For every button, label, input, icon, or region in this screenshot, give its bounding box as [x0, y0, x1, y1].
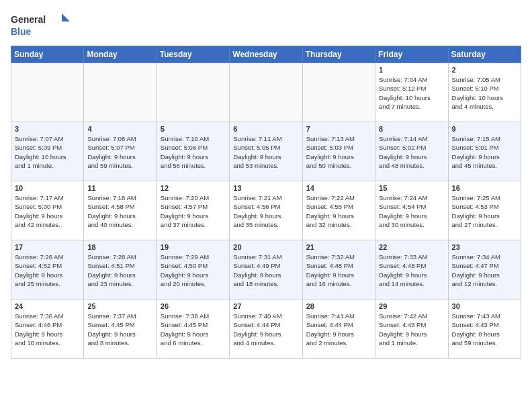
day-number: 5: [161, 125, 226, 133]
day-number: 23: [452, 243, 517, 251]
day-number: 8: [379, 125, 444, 133]
header-monday: Monday: [84, 46, 157, 63]
day-info: Sunrise: 7:33 AM Sunset: 4:48 PM Dayligh…: [379, 253, 444, 288]
cell-w2-d4: 6Sunrise: 7:11 AM Sunset: 5:05 PM Daylig…: [230, 122, 302, 181]
day-info: Sunrise: 7:18 AM Sunset: 4:58 PM Dayligh…: [87, 193, 152, 229]
week-row-1: 1Sunrise: 7:04 AM Sunset: 5:12 PM Daylig…: [11, 63, 521, 122]
header-wednesday: Wednesday: [230, 46, 302, 63]
svg-text:General: General: [11, 14, 46, 25]
cell-w2-d2: 4Sunrise: 7:08 AM Sunset: 5:07 PM Daylig…: [84, 122, 157, 181]
cell-w4-d2: 18Sunrise: 7:28 AM Sunset: 4:51 PM Dayli…: [84, 240, 157, 300]
cell-w3-d3: 12Sunrise: 7:20 AM Sunset: 4:57 PM Dayli…: [157, 181, 229, 240]
day-info: Sunrise: 7:26 AM Sunset: 4:52 PM Dayligh…: [15, 253, 80, 288]
day-info: Sunrise: 7:11 AM Sunset: 5:05 PM Dayligh…: [233, 134, 298, 170]
calendar-header-row: SundayMondayTuesdayWednesdayThursdayFrid…: [11, 46, 521, 63]
day-info: Sunrise: 7:32 AM Sunset: 4:48 PM Dayligh…: [306, 253, 371, 288]
header-friday: Friday: [375, 46, 448, 63]
cell-w2-d7: 9Sunrise: 7:15 AM Sunset: 5:01 PM Daylig…: [448, 122, 521, 181]
day-info: Sunrise: 7:07 AM Sunset: 5:09 PM Dayligh…: [15, 134, 80, 170]
cell-w1-d5: [302, 63, 375, 122]
page-header: General Blue: [11, 11, 521, 38]
cell-w1-d1: [11, 63, 84, 122]
calendar-table: SundayMondayTuesdayWednesdayThursdayFrid…: [11, 46, 521, 359]
day-number: 16: [452, 184, 517, 192]
cell-w3-d7: 16Sunrise: 7:25 AM Sunset: 4:53 PM Dayli…: [448, 181, 521, 240]
logo: General Blue: [11, 11, 71, 38]
cell-w1-d6: 1Sunrise: 7:04 AM Sunset: 5:12 PM Daylig…: [375, 63, 448, 122]
header-tuesday: Tuesday: [157, 46, 229, 63]
day-number: 11: [87, 184, 152, 192]
day-info: Sunrise: 7:43 AM Sunset: 4:43 PM Dayligh…: [452, 312, 517, 347]
cell-w1-d3: [157, 63, 229, 122]
cell-w3-d5: 14Sunrise: 7:22 AM Sunset: 4:55 PM Dayli…: [302, 181, 375, 240]
day-number: 30: [452, 302, 517, 310]
day-info: Sunrise: 7:31 AM Sunset: 4:49 PM Dayligh…: [233, 253, 298, 288]
cell-w5-d1: 24Sunrise: 7:36 AM Sunset: 4:46 PM Dayli…: [11, 300, 84, 359]
day-info: Sunrise: 7:37 AM Sunset: 4:45 PM Dayligh…: [87, 312, 152, 347]
day-info: Sunrise: 7:28 AM Sunset: 4:51 PM Dayligh…: [87, 253, 152, 288]
logo-svg: General Blue: [11, 11, 71, 38]
cell-w5-d4: 27Sunrise: 7:40 AM Sunset: 4:44 PM Dayli…: [230, 300, 302, 359]
day-info: Sunrise: 7:42 AM Sunset: 4:43 PM Dayligh…: [379, 312, 444, 347]
cell-w4-d7: 23Sunrise: 7:34 AM Sunset: 4:47 PM Dayli…: [448, 240, 521, 300]
cell-w3-d4: 13Sunrise: 7:21 AM Sunset: 4:56 PM Dayli…: [230, 181, 302, 240]
week-row-3: 10Sunrise: 7:17 AM Sunset: 5:00 PM Dayli…: [11, 181, 521, 240]
cell-w3-d1: 10Sunrise: 7:17 AM Sunset: 5:00 PM Dayli…: [11, 181, 84, 240]
day-info: Sunrise: 7:25 AM Sunset: 4:53 PM Dayligh…: [452, 193, 517, 229]
week-row-2: 3Sunrise: 7:07 AM Sunset: 5:09 PM Daylig…: [11, 122, 521, 181]
svg-marker-2: [62, 13, 70, 21]
cell-w1-d4: [230, 63, 302, 122]
header-sunday: Sunday: [11, 46, 84, 63]
cell-w5-d3: 26Sunrise: 7:38 AM Sunset: 4:45 PM Dayli…: [157, 300, 229, 359]
day-number: 26: [161, 302, 226, 310]
day-info: Sunrise: 7:36 AM Sunset: 4:46 PM Dayligh…: [15, 312, 80, 347]
day-info: Sunrise: 7:14 AM Sunset: 5:02 PM Dayligh…: [379, 134, 444, 170]
cell-w4-d6: 22Sunrise: 7:33 AM Sunset: 4:48 PM Dayli…: [375, 240, 448, 300]
cell-w2-d1: 3Sunrise: 7:07 AM Sunset: 5:09 PM Daylig…: [11, 122, 84, 181]
day-number: 29: [379, 302, 444, 310]
cell-w4-d1: 17Sunrise: 7:26 AM Sunset: 4:52 PM Dayli…: [11, 240, 84, 300]
day-info: Sunrise: 7:05 AM Sunset: 5:10 PM Dayligh…: [452, 75, 517, 111]
svg-text:Blue: Blue: [11, 26, 32, 37]
day-info: Sunrise: 7:29 AM Sunset: 4:50 PM Dayligh…: [161, 253, 226, 288]
day-info: Sunrise: 7:34 AM Sunset: 4:47 PM Dayligh…: [452, 253, 517, 288]
day-number: 2: [452, 66, 517, 74]
cell-w4-d4: 20Sunrise: 7:31 AM Sunset: 4:49 PM Dayli…: [230, 240, 302, 300]
day-number: 20: [233, 243, 298, 251]
calendar-body: 1Sunrise: 7:04 AM Sunset: 5:12 PM Daylig…: [11, 63, 521, 359]
day-number: 6: [233, 125, 298, 133]
cell-w2-d5: 7Sunrise: 7:13 AM Sunset: 5:03 PM Daylig…: [302, 122, 375, 181]
day-info: Sunrise: 7:15 AM Sunset: 5:01 PM Dayligh…: [452, 134, 517, 170]
cell-w5-d7: 30Sunrise: 7:43 AM Sunset: 4:43 PM Dayli…: [448, 300, 521, 359]
week-row-4: 17Sunrise: 7:26 AM Sunset: 4:52 PM Dayli…: [11, 240, 521, 300]
day-number: 22: [379, 243, 444, 251]
day-info: Sunrise: 7:17 AM Sunset: 5:00 PM Dayligh…: [15, 193, 80, 229]
day-info: Sunrise: 7:20 AM Sunset: 4:57 PM Dayligh…: [161, 193, 226, 229]
day-info: Sunrise: 7:21 AM Sunset: 4:56 PM Dayligh…: [233, 193, 298, 229]
day-number: 12: [161, 184, 226, 192]
header-thursday: Thursday: [302, 46, 375, 63]
cell-w2-d6: 8Sunrise: 7:14 AM Sunset: 5:02 PM Daylig…: [375, 122, 448, 181]
day-info: Sunrise: 7:40 AM Sunset: 4:44 PM Dayligh…: [233, 312, 298, 347]
day-number: 24: [15, 302, 80, 310]
day-info: Sunrise: 7:10 AM Sunset: 5:06 PM Dayligh…: [161, 134, 226, 170]
day-info: Sunrise: 7:24 AM Sunset: 4:54 PM Dayligh…: [379, 193, 444, 229]
day-number: 3: [15, 125, 80, 133]
day-number: 1: [379, 66, 444, 74]
day-number: 17: [15, 243, 80, 251]
day-number: 21: [306, 243, 371, 251]
day-number: 25: [87, 302, 152, 310]
day-info: Sunrise: 7:08 AM Sunset: 5:07 PM Dayligh…: [87, 134, 152, 170]
cell-w5-d2: 25Sunrise: 7:37 AM Sunset: 4:45 PM Dayli…: [84, 300, 157, 359]
header-saturday: Saturday: [448, 46, 521, 63]
cell-w5-d5: 28Sunrise: 7:41 AM Sunset: 4:44 PM Dayli…: [302, 300, 375, 359]
cell-w5-d6: 29Sunrise: 7:42 AM Sunset: 4:43 PM Dayli…: [375, 300, 448, 359]
cell-w4-d5: 21Sunrise: 7:32 AM Sunset: 4:48 PM Dayli…: [302, 240, 375, 300]
cell-w4-d3: 19Sunrise: 7:29 AM Sunset: 4:50 PM Dayli…: [157, 240, 229, 300]
day-number: 9: [452, 125, 517, 133]
day-number: 19: [161, 243, 226, 251]
day-number: 13: [233, 184, 298, 192]
day-info: Sunrise: 7:38 AM Sunset: 4:45 PM Dayligh…: [161, 312, 226, 347]
day-number: 7: [306, 125, 371, 133]
cell-w3-d6: 15Sunrise: 7:24 AM Sunset: 4:54 PM Dayli…: [375, 181, 448, 240]
